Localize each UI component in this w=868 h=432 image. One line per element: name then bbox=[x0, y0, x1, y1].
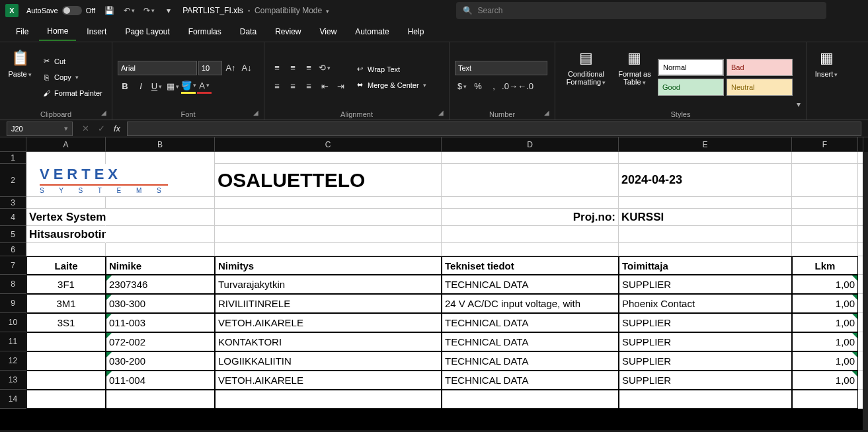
cell[interactable]: 24 V AC/DC input voltage, with bbox=[442, 294, 619, 313]
formula-bar[interactable] bbox=[127, 122, 861, 136]
cell[interactable] bbox=[215, 197, 442, 209]
cell[interactable]: KONTAKTORI bbox=[215, 332, 442, 351]
launcher-icon[interactable]: ◢ bbox=[101, 109, 109, 117]
merge-center-button[interactable]: ⬌Merge & Center bbox=[352, 78, 429, 92]
row-header[interactable]: 7 bbox=[0, 256, 26, 275]
cell[interactable]: 3M1 bbox=[26, 294, 106, 313]
fill-color-button[interactable]: 🪣 bbox=[181, 79, 196, 94]
row-header[interactable]: 13 bbox=[0, 371, 26, 390]
cell[interactable]: RIVILIITINRELE bbox=[215, 294, 442, 313]
paste-button[interactable]: 📋 Paste bbox=[5, 45, 34, 109]
align-center-icon[interactable]: ≡ bbox=[286, 79, 300, 94]
underline-button[interactable]: U bbox=[149, 79, 164, 94]
border-button[interactable]: ▦ bbox=[165, 79, 180, 94]
cell[interactable]: 030-300 bbox=[106, 294, 215, 313]
launcher-icon[interactable]: ◢ bbox=[253, 109, 261, 117]
cancel-formula-icon[interactable]: ✕ bbox=[78, 122, 93, 136]
cell[interactable]: 1,00 bbox=[792, 332, 858, 351]
date-cell[interactable]: 2024-04-23 bbox=[619, 164, 792, 197]
header-cell[interactable]: Laite bbox=[26, 256, 106, 275]
spreadsheet-grid[interactable]: A B C D E F 1 2 VERTEX S Y S T E M S OSA… bbox=[0, 137, 868, 430]
cell[interactable]: Phoenix Contact bbox=[619, 294, 792, 313]
conditional-formatting-button[interactable]: ▤ Conditional Formatting bbox=[561, 45, 612, 109]
font-size-select[interactable] bbox=[198, 61, 222, 75]
cell[interactable] bbox=[106, 226, 215, 243]
search-input[interactable]: 🔍 Search bbox=[456, 2, 826, 19]
cell[interactable]: VETOH.AIKARELE bbox=[215, 313, 442, 332]
increase-indent-icon[interactable]: ⇥ bbox=[333, 79, 348, 94]
menu-home[interactable]: Home bbox=[39, 22, 76, 41]
row-header[interactable]: 1 bbox=[0, 152, 26, 164]
cell[interactable]: SUPPLIER bbox=[619, 275, 792, 294]
cell[interactable]: 030-200 bbox=[106, 351, 215, 371]
projno-label-cell[interactable]: Proj.no: bbox=[442, 209, 619, 226]
menu-page-layout[interactable]: Page Layout bbox=[117, 23, 177, 40]
cell[interactable]: TECHNICAL DATA bbox=[442, 275, 619, 294]
col-header[interactable]: E bbox=[619, 137, 792, 152]
menu-view[interactable]: View bbox=[312, 23, 345, 40]
header-cell[interactable]: Nimike bbox=[106, 256, 215, 275]
cell[interactable]: 011-004 bbox=[106, 371, 215, 390]
row-header[interactable]: 14 bbox=[0, 390, 26, 409]
decrease-decimal-icon[interactable]: ←.0 bbox=[518, 79, 533, 94]
cell[interactable] bbox=[442, 197, 619, 209]
col-header[interactable]: F bbox=[792, 137, 858, 152]
row-header[interactable]: 9 bbox=[0, 294, 26, 313]
cell[interactable]: LOGIIKKALIITIN bbox=[215, 351, 442, 371]
row-header[interactable]: 5 bbox=[0, 226, 26, 243]
title-cell[interactable]: OSALUETTELO bbox=[215, 164, 442, 197]
italic-button[interactable]: I bbox=[134, 79, 148, 94]
cell[interactable]: SUPPLIER bbox=[619, 332, 792, 351]
cell[interactable] bbox=[619, 197, 792, 209]
cell[interactable] bbox=[26, 332, 106, 351]
autosave-toggle[interactable]: AutoSave Off bbox=[26, 6, 95, 15]
cell[interactable] bbox=[106, 390, 215, 409]
cell[interactable]: 011-003 bbox=[106, 313, 215, 332]
cell[interactable] bbox=[215, 209, 442, 226]
cell[interactable] bbox=[792, 164, 858, 197]
cell[interactable] bbox=[619, 226, 792, 243]
save-icon[interactable]: 💾 bbox=[103, 5, 115, 17]
cell[interactable] bbox=[26, 243, 106, 256]
cell[interactable] bbox=[26, 351, 106, 371]
cell[interactable] bbox=[26, 197, 106, 209]
col-header[interactable]: D bbox=[442, 137, 619, 152]
cell[interactable]: TECHNICAL DATA bbox=[442, 332, 619, 351]
cell[interactable] bbox=[792, 152, 858, 164]
cell[interactable]: TECHNICAL DATA bbox=[442, 371, 619, 390]
cell[interactable] bbox=[26, 390, 106, 409]
cell[interactable] bbox=[215, 152, 442, 164]
fx-icon[interactable]: fx bbox=[110, 122, 124, 136]
cell[interactable] bbox=[26, 371, 106, 390]
confirm-formula-icon[interactable]: ✓ bbox=[94, 122, 108, 136]
row-header[interactable]: 10 bbox=[0, 313, 26, 332]
align-left-icon[interactable]: ≡ bbox=[270, 79, 284, 94]
percent-icon[interactable]: % bbox=[471, 79, 485, 94]
font-name-select[interactable] bbox=[118, 61, 197, 75]
cell[interactable] bbox=[106, 152, 215, 164]
cell[interactable]: 1,00 bbox=[792, 275, 858, 294]
cell[interactable]: SUPPLIER bbox=[619, 371, 792, 390]
cell[interactable]: 3S1 bbox=[26, 313, 106, 332]
cell[interactable] bbox=[215, 226, 442, 243]
menu-file[interactable]: File bbox=[8, 23, 36, 40]
cell[interactable]: 2307346 bbox=[106, 275, 215, 294]
undo-icon[interactable]: ↶ bbox=[123, 5, 135, 17]
cell[interactable] bbox=[26, 152, 106, 164]
wrap-text-button[interactable]: ↩Wrap Text bbox=[352, 62, 429, 77]
cell[interactable]: 072-002 bbox=[106, 332, 215, 351]
header-cell[interactable]: Tekniset tiedot bbox=[442, 256, 619, 275]
header-cell[interactable]: Lkm bbox=[792, 256, 858, 275]
style-neutral[interactable]: Neutral bbox=[727, 79, 793, 96]
cell[interactable] bbox=[792, 243, 858, 256]
header-cell[interactable]: Nimitys bbox=[215, 256, 442, 275]
menu-automate[interactable]: Automate bbox=[347, 23, 397, 40]
decrease-indent-icon[interactable]: ⇤ bbox=[317, 79, 332, 94]
menu-data[interactable]: Data bbox=[232, 23, 264, 40]
cell[interactable]: 1,00 bbox=[792, 294, 858, 313]
increase-decimal-icon[interactable]: .0→ bbox=[502, 79, 517, 94]
cell[interactable] bbox=[442, 164, 619, 197]
insert-cells-button[interactable]: ▦ Insert bbox=[812, 45, 841, 118]
redo-icon[interactable]: ↷ bbox=[143, 5, 155, 17]
cell[interactable] bbox=[792, 390, 858, 409]
